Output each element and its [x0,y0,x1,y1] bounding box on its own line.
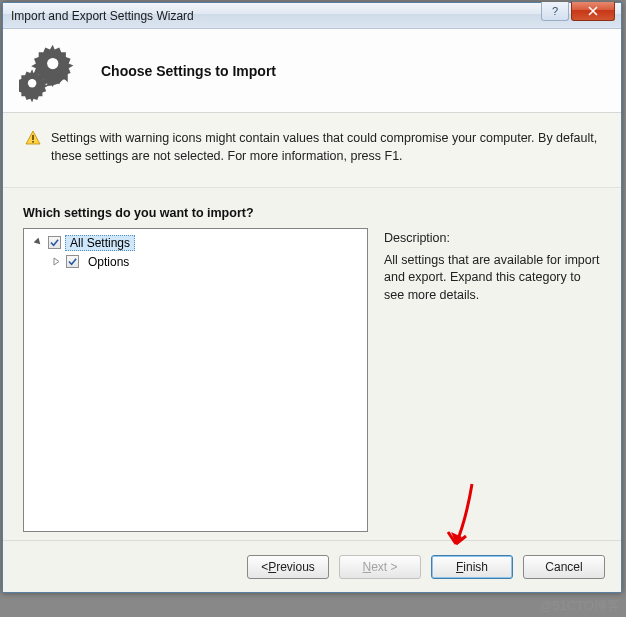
question-label: Which settings do you want to import? [23,206,601,220]
svg-rect-2 [32,135,34,140]
gears-icon [19,40,79,102]
expander-icon[interactable] [32,237,44,249]
tree-label-all-settings[interactable]: All Settings [65,235,135,251]
wizard-header: Choose Settings to Import [3,29,621,113]
finish-button[interactable]: FinishFinish [431,555,513,579]
previous-button[interactable]: < PPreviousrevious [247,555,329,579]
settings-tree[interactable]: All Settings Options [23,228,368,532]
checkbox-all-settings[interactable] [48,236,61,249]
close-button[interactable] [571,2,615,21]
help-icon: ? [552,5,558,17]
description-panel: Description: All settings that are avail… [384,228,601,532]
button-bar: < PPreviousrevious Next >Next FinishFini… [3,540,621,592]
window-title: Import and Export Settings Wizard [11,9,194,23]
svg-point-1 [28,78,36,86]
svg-point-0 [47,57,58,68]
content-area: Which settings do you want to import? Al… [3,188,621,540]
description-heading: Description: [384,230,601,248]
tree-label-options[interactable]: Options [83,254,134,270]
warning-icon [25,130,41,146]
close-icon [588,6,598,16]
info-text: Settings with warning icons might contai… [51,129,599,165]
tree-row-options[interactable]: Options [26,252,365,271]
page-title: Choose Settings to Import [101,63,276,79]
cancel-button[interactable]: Cancel [523,555,605,579]
info-panel: Settings with warning icons might contai… [3,113,621,188]
svg-rect-3 [32,141,34,143]
description-text: All settings that are available for impo… [384,252,601,305]
next-button: Next >Next [339,555,421,579]
help-button[interactable]: ? [541,2,569,21]
tree-row-all-settings[interactable]: All Settings [26,233,365,252]
watermark: @51CTO博客 [539,597,620,615]
checkbox-options[interactable] [66,255,79,268]
wizard-window: Import and Export Settings Wizard ? Choo… [2,2,622,593]
expander-icon[interactable] [50,256,62,268]
titlebar[interactable]: Import and Export Settings Wizard ? [3,3,621,29]
